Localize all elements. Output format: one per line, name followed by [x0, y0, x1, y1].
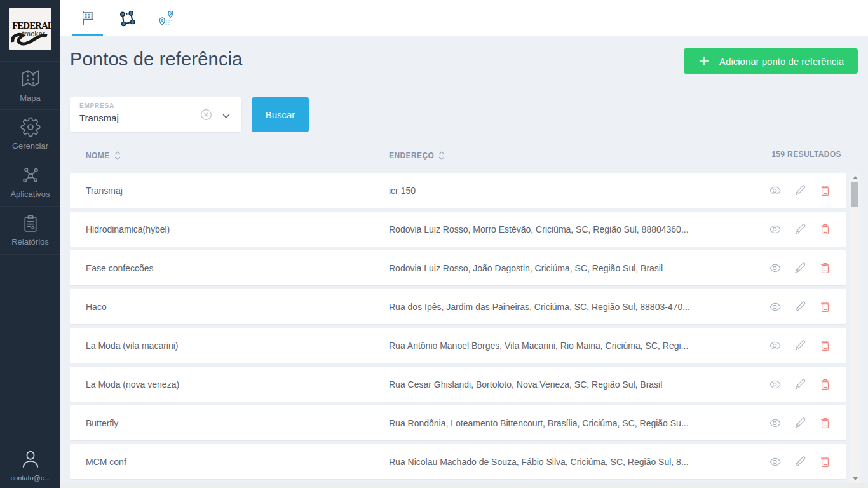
table-row[interactable]: Haco Rua dos Ipês, Jardim das Paineiras,…: [70, 289, 846, 324]
edit-button[interactable]: [794, 184, 807, 197]
company-select[interactable]: EMPRESA Transmaj: [70, 97, 241, 132]
view-button[interactable]: [768, 379, 782, 390]
row-actions: [768, 299, 832, 314]
column-header-nome[interactable]: NOME: [86, 150, 121, 161]
row-address: icr 150: [389, 186, 748, 196]
sidebar-item-aplicativos[interactable]: Aplicativos: [0, 158, 60, 207]
row-actions: [768, 377, 832, 391]
table-header: NOME ENDEREÇO 159 RESULTADOS: [60, 145, 868, 166]
row-address: Rua Antônio Manoel Borges, Vila Macarini…: [389, 341, 748, 351]
table-row[interactable]: La Moda (nova veneza) Rua Cesar Ghisland…: [70, 367, 846, 402]
horizontal-scrollbar[interactable]: [60, 483, 868, 488]
row-actions: [768, 416, 832, 430]
route-pins-icon: [158, 10, 175, 27]
eye-icon: [770, 341, 781, 350]
pencil-icon: [795, 224, 806, 234]
view-button[interactable]: [768, 185, 782, 196]
pencil-icon: [795, 340, 806, 351]
row-address: Rua Cesar Ghislandi, Bortoloto, Nova Ven…: [389, 379, 748, 390]
row-address: Rua Nicolau Machado de Souza, Fábio Silv…: [389, 457, 748, 467]
delete-button[interactable]: [818, 261, 832, 275]
trash-icon: [820, 301, 831, 313]
table-body: Transmaj icr 150 Hidrodinamica(hybel) Ro…: [70, 173, 846, 483]
edit-button[interactable]: [794, 261, 807, 274]
map-icon: [20, 68, 41, 90]
trash-icon: [820, 339, 831, 351]
row-name: Hidrodinamica(hybel): [86, 224, 365, 234]
delete-button[interactable]: [818, 454, 832, 469]
sidebar: FEDERAL tracker Mapa Gerenciar: [0, 0, 60, 488]
view-button[interactable]: [768, 417, 782, 429]
view-button[interactable]: [768, 340, 782, 351]
sidebar-item-label: Aplicativos: [10, 189, 50, 199]
edit-button[interactable]: [794, 377, 807, 391]
column-header-endereco[interactable]: ENDEREÇO: [389, 150, 445, 161]
view-button[interactable]: [768, 301, 782, 313]
eye-icon: [770, 458, 781, 466]
pencil-icon: [795, 262, 806, 273]
sidebar-item-mapa[interactable]: Mapa: [0, 62, 60, 110]
plus-icon: [698, 55, 710, 67]
clear-selection-icon[interactable]: [200, 109, 212, 121]
row-actions: [768, 338, 832, 353]
sidebar-item-relatorios[interactable]: Relatórios: [0, 207, 60, 255]
table-row[interactable]: Butterfly Rua Rondônia, Loteamento Bitte…: [70, 405, 846, 440]
sort-icon[interactable]: [438, 150, 445, 161]
page-title: Pontos de referência: [70, 49, 243, 70]
view-button[interactable]: [768, 456, 782, 468]
trash-icon: [820, 456, 831, 468]
sidebar-item-label: Gerenciar: [12, 141, 48, 151]
delete-button[interactable]: [818, 183, 832, 198]
table-row[interactable]: MCM conf Rua Nicolau Machado de Souza, F…: [70, 444, 846, 479]
row-address: Rodovia Luiz Rosso, João Dagostin, Crici…: [389, 263, 748, 273]
table-row[interactable]: Transmaj icr 150: [70, 173, 846, 208]
view-button[interactable]: [768, 224, 782, 235]
view-button[interactable]: [768, 262, 782, 274]
eye-icon: [770, 225, 781, 234]
sort-icon[interactable]: [114, 150, 121, 161]
tab-pontos-de-referencia[interactable]: [72, 0, 104, 36]
row-name: Haco: [86, 302, 365, 312]
table-row[interactable]: Hidrodinamica(hybel) Rodovia Luiz Rosso,…: [70, 212, 846, 247]
scroll-down-arrow[interactable]: [850, 474, 860, 483]
edit-button[interactable]: [794, 222, 807, 236]
scrollbar-thumb[interactable]: [851, 182, 858, 207]
chevron-down-icon[interactable]: [221, 111, 231, 121]
tab-rotas[interactable]: [151, 0, 182, 36]
row-name: MCM conf: [86, 457, 365, 467]
vertical-scrollbar[interactable]: [850, 173, 860, 488]
edit-button[interactable]: [794, 339, 807, 352]
row-name: Transmaj: [86, 186, 365, 196]
delete-button[interactable]: [818, 338, 832, 353]
app-logo[interactable]: FEDERAL tracker: [9, 8, 51, 50]
edit-button[interactable]: [794, 455, 807, 468]
tab-cercas-virtuais[interactable]: [111, 0, 143, 36]
eye-icon: [770, 302, 781, 311]
add-reference-point-label: Adicionar ponto de referência: [719, 56, 844, 67]
user-email-label: contato@c...: [11, 474, 50, 482]
row-address: Rua dos Ipês, Jardim das Paineiras, Cric…: [389, 302, 748, 312]
sidebar-item-gerenciar[interactable]: Gerenciar: [0, 110, 60, 158]
add-reference-point-button[interactable]: Adicionar ponto de referência: [684, 48, 858, 74]
polygon-icon: [118, 10, 136, 27]
table-row[interactable]: La Moda (vila macarini) Rua Antônio Mano…: [70, 328, 846, 363]
trash-icon: [820, 223, 831, 235]
table-row[interactable]: Ease confeccões Rodovia Luiz Rosso, João…: [70, 250, 846, 285]
delete-button[interactable]: [818, 377, 832, 391]
delete-button[interactable]: [818, 416, 832, 430]
delete-button[interactable]: [818, 222, 832, 236]
edit-button[interactable]: [794, 416, 807, 430]
sidebar-user[interactable]: contato@c...: [0, 447, 60, 482]
edit-button[interactable]: [794, 300, 807, 313]
search-button[interactable]: Buscar: [252, 97, 309, 132]
tab-bar: [72, 0, 190, 36]
company-select-label: EMPRESA: [79, 102, 114, 109]
delete-button[interactable]: [818, 299, 832, 314]
trash-icon: [820, 184, 831, 196]
eye-icon: [770, 419, 781, 428]
scroll-up-arrow[interactable]: [850, 173, 860, 182]
pencil-icon: [795, 456, 806, 467]
eye-icon: [770, 264, 781, 273]
gear-icon: [20, 117, 41, 137]
logo-text-secondary: tracker: [22, 30, 45, 37]
